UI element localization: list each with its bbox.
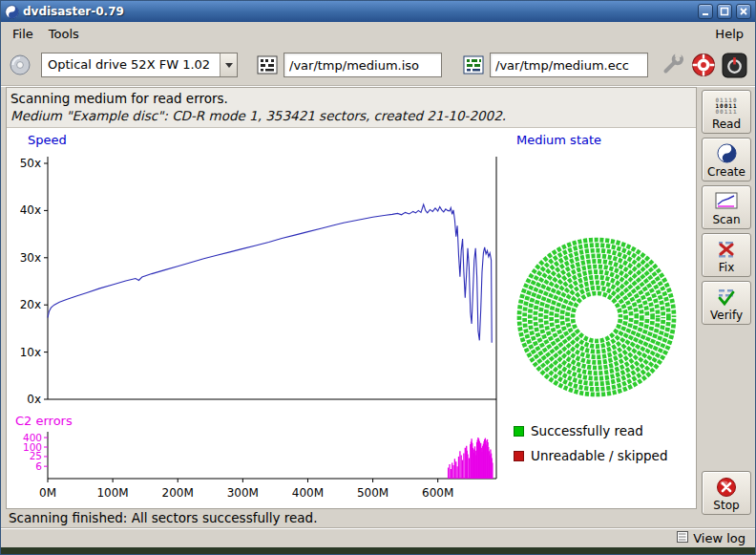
verify-button-label: Verify [710,310,743,321]
svg-text:50x: 50x [20,157,41,170]
svg-text:40x: 40x [20,203,41,217]
view-log-button[interactable]: View log [673,530,749,546]
ecc-file-icon [463,54,484,75]
stop-button[interactable]: Stop [702,471,751,515]
legend-item-unreadable: Unreadable / skipped [514,448,667,463]
verify-button[interactable]: Verify [702,281,751,325]
preferences-wrench-icon[interactable] [661,53,685,77]
toolbar: Optical drive 52X FW 1.02 [1,45,755,86]
legend-swatch-success-icon [514,426,524,437]
read-button[interactable]: 01110 10011 00111 Read [702,90,751,134]
dvdisaster-lifering-icon[interactable] [691,53,716,77]
close-button[interactable] [736,4,751,19]
menubar: File Tools Help [1,22,755,45]
menu-help[interactable]: Help [707,24,751,44]
legend-item-success: Successfully read [514,423,667,438]
view-log-label: View log [693,531,746,545]
fix-button-label: Fix [719,262,734,273]
status-line-1: Scanning medium for read errors. [10,91,228,106]
svg-text:30x: 30x [20,251,41,265]
stop-icon [716,476,737,499]
drive-select-value: Optical drive 52X FW 1.02 [42,53,220,76]
medium-state-legend: Successfully read Unreadable / skipped [514,423,667,463]
scan-button-label: Scan [712,214,740,225]
yin-yang-icon [717,142,737,165]
menu-tools[interactable]: Tools [41,24,87,44]
iso-path-input[interactable] [284,53,442,77]
window-bottom-edge [1,547,755,555]
speed-axis-title: Speed [28,133,67,147]
legend-label-success: Successfully read [531,423,643,438]
scan-result-status: Scanning finished: All sectors successfu… [9,510,317,525]
maximize-button[interactable] [717,4,732,19]
svg-text:0x: 0x [27,393,41,406]
create-button[interactable]: Create [702,138,751,181]
main-panel: Scanning medium for read errors. Medium … [6,87,697,509]
svg-text:10x: 10x [20,346,41,359]
svg-text:600M: 600M [422,486,453,500]
svg-text:200M: 200M [162,486,194,500]
c2-errors-axis-title: C2 errors [15,414,73,428]
titlebar[interactable]: dvdisaster-0.79 [1,1,755,22]
medium-state-disc [511,231,682,403]
svg-text:500M: 500M [357,486,388,500]
legend-label-unreadable: Unreadable / skipped [531,448,667,463]
fix-tools-icon [716,238,737,261]
scan-chart-icon [715,190,738,213]
read-binary-icon: 01110 10011 00111 [715,95,737,117]
window-title: dvdisaster-0.79 [23,5,694,18]
drive-select[interactable]: Optical drive 52X FW 1.02 [41,53,238,77]
legend-swatch-unreadable-icon [514,451,524,461]
statusbar: View log [1,527,755,547]
stop-button-label: Stop [713,500,739,511]
svg-text:300M: 300M [227,486,259,500]
svg-text:6: 6 [35,460,42,472]
app-logo-icon [5,5,19,19]
chevron-down-icon[interactable] [220,53,237,76]
create-button-label: Create [707,166,746,178]
iso-file-icon [257,54,278,75]
svg-text:100M: 100M [96,486,128,500]
status-strip: Scanning medium for read errors. Medium … [7,88,696,128]
drive-cd-icon [9,53,32,76]
svg-text:20x: 20x [20,298,41,311]
quit-power-button[interactable] [722,53,747,78]
svg-text:0M: 0M [39,486,56,500]
medium-state-title: Medium state [516,133,601,147]
scan-button[interactable]: Scan [702,185,751,229]
fix-button[interactable]: Fix [702,233,751,277]
verify-check-icon [716,286,737,309]
read-button-label: Read [712,118,741,130]
app-window: dvdisaster-0.79 File Tools Help Optical … [0,0,756,555]
status-line-2: Medium "Example disc": CD-R mode 1, 3534… [10,108,506,123]
menu-file[interactable]: File [5,24,41,44]
svg-text:400M: 400M [292,486,324,500]
ecc-path-input[interactable] [490,53,648,77]
log-list-icon [677,531,688,545]
minimize-button[interactable] [698,4,713,19]
